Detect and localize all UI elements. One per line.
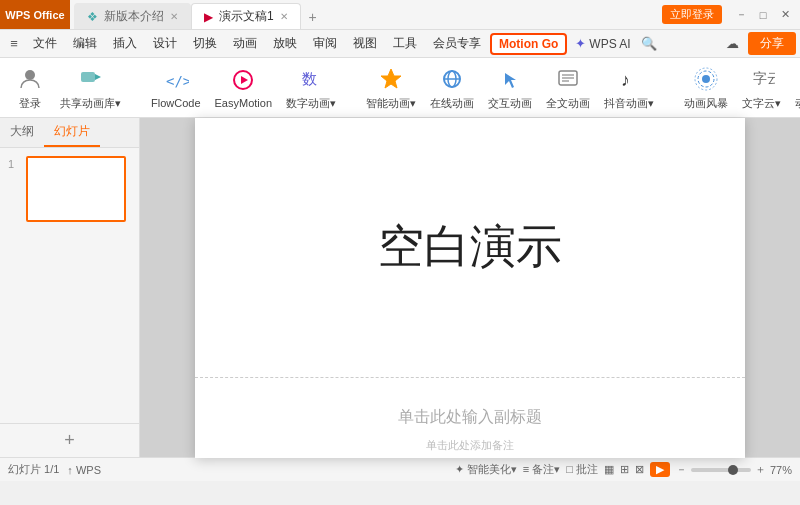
search-icon[interactable]: 🔍 [639,34,659,54]
status-right: ✦ 智能美化▾ ≡ 备注▾ □ 批注 ▦ ⊞ ⊠ ▶ － ＋ 77% [455,462,792,477]
menu-insert[interactable]: 插入 [106,32,144,55]
outline-tab[interactable]: 大纲 [0,118,44,147]
dynamic-blackboard-tool[interactable]: 动态着板 [789,61,800,115]
animation-style-tool[interactable]: 动画风暴 [678,61,734,115]
tiktok-animation-icon: ♪ [615,65,643,93]
svg-text:</>: </> [166,73,189,89]
zoom-control: － ＋ 77% [676,462,792,477]
svg-text:♪: ♪ [621,70,630,90]
app-logo: WPS Office [0,0,70,29]
notes-button[interactable]: ≡ 备注▾ [523,462,560,477]
fulltext-animation-tool[interactable]: 全文动画 [540,61,596,115]
register-tool[interactable]: 登录 [8,61,52,115]
interactive-animation-icon [496,65,524,93]
menu-animation[interactable]: 动画 [226,32,264,55]
main-area: 大纲 幻灯片 1 + 空白演示 单击此处输入副标题 单击此处添加备注 [0,118,800,457]
wps-ai-button[interactable]: ✦ WPS AI [569,33,636,54]
list-item[interactable]: 1 [8,156,131,222]
svg-marker-2 [95,74,101,80]
add-tab-button[interactable]: + [301,5,325,29]
slide-list: 1 [0,148,139,423]
tab-bar: ❖ 新版本介绍 ✕ ▶ 演示文稿1 ✕ + [70,0,662,29]
hamburger-menu[interactable]: ≡ [4,34,24,54]
wordcloud-icon: 字云 [748,65,776,93]
menu-review[interactable]: 审阅 [306,32,344,55]
tab-intro[interactable]: ❖ 新版本介绍 ✕ [74,3,191,29]
menu-member[interactable]: 会员专享 [426,32,488,55]
slide-canvas[interactable]: 空白演示 单击此处输入副标题 [195,118,745,458]
toolbar-group-3: 智能动画▾ 在线动画 交互动画 全文动画 ♪ 抖音动画▾ [358,58,662,117]
easymotion-icon [229,66,257,94]
menu-edit[interactable]: 编辑 [66,32,104,55]
motion-go-button[interactable]: Motion Go [490,33,567,55]
minimize-button[interactable]: － [734,8,748,22]
beautify-button[interactable]: ✦ 智能美化▾ [455,462,517,477]
menu-file[interactable]: 文件 [26,32,64,55]
tab-close-ppt[interactable]: ✕ [280,11,288,22]
login-button[interactable]: 立即登录 [662,5,722,24]
interactive-animation-tool[interactable]: 交互动画 [482,61,538,115]
slide-info: 幻灯片 1/1 [8,462,59,477]
svg-text:字云: 字云 [753,70,775,86]
svg-rect-1 [81,72,95,82]
zoom-minus[interactable]: － [676,462,687,477]
register-icon [16,65,44,93]
flowcode-tool[interactable]: </> FlowCode [145,62,207,113]
slides-tab[interactable]: 幻灯片 [44,118,100,147]
comments-button[interactable]: □ 批注 [566,462,598,477]
title-bar: WPS Office ❖ 新版本介绍 ✕ ▶ 演示文稿1 ✕ + 立即登录 － … [0,0,800,30]
toolbar-group-2: </> FlowCode EasyMotion 数 数字动画▾ [143,58,344,117]
svg-marker-5 [241,76,248,84]
status-bar: 幻灯片 1/1 ↑ WPS ✦ 智能美化▾ ≡ 备注▾ □ 批注 ▦ ⊞ ⊠ ▶… [0,457,800,481]
wordcloud-tool[interactable]: 字云 文字云▾ [736,61,787,115]
svg-text:数: 数 [302,70,317,87]
menu-transition[interactable]: 切换 [186,32,224,55]
menu-tools[interactable]: 工具 [386,32,424,55]
maximize-button[interactable]: □ [756,8,770,22]
zoom-slider[interactable] [691,468,751,472]
menu-bar: ≡ 文件 编辑 插入 设计 切换 动画 放映 审阅 视图 工具 会员专享 Mot… [0,30,800,58]
svg-marker-7 [381,69,401,88]
zoom-percent: 77% [770,464,792,476]
ppt-tab-icon: ▶ [204,10,213,24]
play-button[interactable]: ▶ [650,462,670,477]
close-button[interactable]: ✕ [778,8,792,22]
tab-ppt[interactable]: ▶ 演示文稿1 ✕ [191,3,301,29]
zoom-plus[interactable]: ＋ [755,462,766,477]
share-button[interactable]: 分享 [748,32,796,55]
menu-design[interactable]: 设计 [146,32,184,55]
tiktok-animation-tool[interactable]: ♪ 抖音动画▾ [598,61,660,115]
toolbar: 登录 共享动画库▾ </> FlowCode EasyMotion 数 [0,58,800,118]
smart-animation-icon [377,65,405,93]
shared-gallery-tool[interactable]: 共享动画库▾ [54,61,127,115]
panel-tabs: 大纲 幻灯片 [0,118,139,148]
menu-view[interactable]: 视图 [346,32,384,55]
canvas-area: 空白演示 单击此处输入副标题 单击此处添加备注 [140,118,800,457]
animation-style-icon [692,65,720,93]
slide-thumbnail[interactable] [26,156,126,222]
add-note-area[interactable]: 单击此处添加备注 [140,438,800,453]
view-grid-icon[interactable]: ⊞ [620,463,629,476]
add-slide-button[interactable]: + [0,423,139,457]
svg-point-16 [702,75,710,83]
slide-title[interactable]: 空白演示 [195,118,745,378]
cloud-icon[interactable]: ☁ [722,34,742,54]
left-panel: 大纲 幻灯片 1 + [0,118,140,457]
shared-gallery-icon [77,65,105,93]
slide-number: 1 [8,158,20,170]
title-controls: 立即登录 － □ ✕ [662,5,800,24]
toolbar-group-1: 登录 共享动画库▾ [6,58,129,117]
online-animation-icon [438,65,466,93]
view-normal-icon[interactable]: ▦ [604,463,614,476]
zoom-slider-thumb[interactable] [728,465,738,475]
toolbar-group-4: 动画风暴 字云 文字云▾ 动态着板 AI演示配音 ChatPPT [676,58,800,117]
flowcode-icon: </> [162,66,190,94]
menu-slideshow[interactable]: 放映 [266,32,304,55]
digital-animation-tool[interactable]: 数 数字动画▾ [280,61,342,115]
view-outline-icon[interactable]: ⊠ [635,463,644,476]
smart-animation-tool[interactable]: 智能动画▾ [360,61,422,115]
tab-close-intro[interactable]: ✕ [170,11,178,22]
online-animation-tool[interactable]: 在线动画 [424,61,480,115]
easymotion-tool[interactable]: EasyMotion [209,62,278,113]
wps-label[interactable]: ↑ WPS [67,464,101,476]
